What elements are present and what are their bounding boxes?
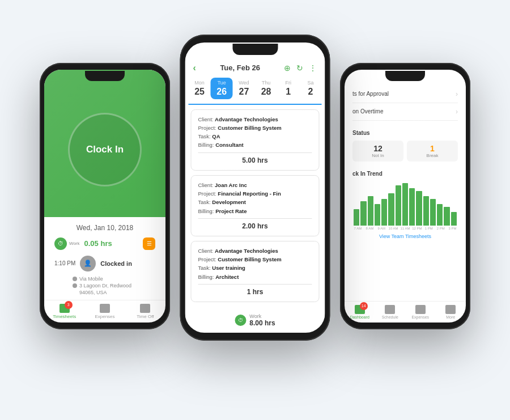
left-phone: Clock In Wed, Jan 10, 2018 ⏱ Work 0.05 h…	[40, 63, 170, 329]
center-phone: ‹ Tue, Feb 26 ⊕ ↻ ⋮ Mon 25 Tue 2	[180, 35, 330, 341]
day-thu[interactable]: Thu 28	[255, 78, 277, 99]
right-nav: 14 Dashboard Schedule Expenses Mor	[345, 301, 466, 323]
footer-work-icon: ⏱	[235, 315, 246, 326]
bar-0	[354, 209, 359, 225]
expenses-right-icon	[415, 305, 426, 314]
nav-expenses-right[interactable]: Expenses	[405, 305, 436, 319]
work-badge: ⏱ Work	[54, 237, 80, 250]
approval-text: ts for Approval	[352, 91, 389, 97]
nav-timesheets[interactable]: 3 Timesheets	[44, 304, 84, 319]
break-num: 1	[409, 144, 456, 153]
left-bottom: Wed, Jan 10, 2018 ⏱ Work 0.05 hrs ☰ 1:10…	[44, 217, 165, 296]
ts-task-2: Task: Development	[198, 198, 312, 206]
status-section: Status 12 Not In 1 Break	[345, 125, 466, 171]
expenses-right-label: Expenses	[411, 315, 429, 319]
view-team-link[interactable]: View Team Timesheets	[352, 230, 458, 243]
day-thu-num: 28	[261, 87, 271, 97]
footer-work-label: Work	[249, 313, 275, 319]
ts-billing-1: Billing: Consultant	[198, 141, 312, 149]
orange-icon: ☰	[143, 237, 155, 250]
schedule-icon	[385, 305, 395, 314]
tl-1: 7 AM	[352, 227, 363, 230]
overtime-menu-item[interactable]: on Overtime ›	[352, 103, 458, 121]
day-tue[interactable]: Tue 26	[211, 78, 233, 99]
center-notch	[232, 44, 278, 55]
trend-section: ck In Trend 7 AM 8 AM 9 AM 10 AM 11 AM 1…	[345, 171, 466, 301]
footer-total: Work 8.00 hrs	[249, 313, 275, 327]
address-row-1: 3 Lagoon Dr, Redwood	[52, 283, 158, 289]
add-icon[interactable]: ⊕	[284, 63, 291, 73]
back-arrow[interactable]: ‹	[193, 63, 196, 73]
dashboard-badge: 14	[360, 302, 368, 310]
ts-billing-2: Billing: Project Rate	[198, 207, 312, 215]
day-thu-name: Thu	[262, 80, 271, 86]
day-fri-num: 1	[286, 87, 291, 97]
approval-chevron: ›	[456, 90, 458, 98]
nav-dashboard[interactable]: 14 Dashboard	[345, 305, 375, 319]
timesheets-badge: 3	[65, 301, 73, 309]
not-in-label: Not In	[355, 153, 401, 158]
header-icons: ⊕ ↻ ⋮	[284, 63, 317, 73]
break-label: Break	[409, 153, 456, 158]
day-sat-num: 2	[308, 87, 313, 97]
bar-7	[402, 183, 408, 226]
ts-card-2[interactable]: Client: Joan Arc Inc Project: Financial …	[191, 175, 320, 236]
work-hrs: 0.05 hrs	[84, 239, 112, 248]
ts-client-3: Client: Advantage Technologies	[198, 247, 312, 254]
bar-8	[409, 188, 415, 226]
not-in-num: 12	[355, 144, 401, 153]
day-mon[interactable]: Mon 25	[189, 78, 211, 99]
phones-container: Clock In Wed, Jan 10, 2018 ⏱ Work 0.05 h…	[23, 18, 487, 403]
bar-13	[444, 207, 449, 226]
ts-client-1: Client: Advantage Technologies	[198, 116, 312, 123]
refresh-icon[interactable]: ↻	[296, 63, 303, 73]
ts-card-3[interactable]: Client: Advantage Technologies Project: …	[191, 241, 320, 302]
nav-more[interactable]: More	[436, 305, 466, 319]
dashboard-label: Dashboard	[350, 315, 369, 319]
right-screen: ts for Approval › on Overtime › Status 1…	[345, 70, 466, 323]
tl-7: 1 PM	[423, 227, 434, 230]
trend-title: ck In Trend	[352, 171, 458, 177]
address-dot	[73, 283, 77, 288]
approval-menu-item[interactable]: ts for Approval ›	[352, 86, 458, 103]
day-fri[interactable]: Fri 1	[277, 78, 299, 99]
ts-project-3: Project: Customer Billing System	[198, 256, 312, 263]
week-row: Mon 25 Tue 26 Wed 27 Thu 28	[185, 78, 325, 99]
not-in-badge: 12 Not In	[352, 141, 403, 162]
bar-11	[430, 199, 436, 226]
day-mon-name: Mon	[194, 80, 205, 86]
more-icon[interactable]: ⋮	[309, 63, 317, 73]
nav-timeoff[interactable]: Time Off	[125, 304, 165, 319]
day-sat-name: Sa	[307, 80, 313, 86]
ts-task-1: Task: QA	[198, 133, 312, 140]
tl-4: 10 AM	[388, 227, 399, 230]
address-line-1: 3 Lagoon Dr, Redwood	[79, 283, 131, 289]
ts-project-1: Project: Customer Billing System	[198, 124, 312, 131]
date-label: Wed, Jan 10, 2018	[52, 224, 158, 232]
trend-labels: 7 AM 8 AM 9 AM 10 AM 11 AM 12 PM 1 PM 2 …	[352, 227, 458, 230]
clock-circle[interactable]: Clock In	[68, 113, 142, 186]
clock-area: Clock In	[44, 70, 165, 217]
break-badge: 1 Break	[407, 141, 458, 162]
left-screen: Clock In Wed, Jan 10, 2018 ⏱ Work 0.05 h…	[44, 70, 165, 323]
day-sat[interactable]: Sa 2	[299, 78, 321, 99]
tl-6: 12 PM	[411, 227, 422, 230]
day-wed[interactable]: Wed 27	[233, 78, 255, 99]
bar-3	[375, 204, 380, 226]
bar-4	[381, 199, 387, 226]
avatar: 👤	[80, 256, 96, 271]
right-notch	[385, 71, 425, 81]
nav-expenses[interactable]: Expenses	[84, 304, 125, 319]
left-nav: 3 Timesheets Expenses Time Off	[44, 300, 165, 323]
work-label-small: Work	[69, 241, 80, 246]
nav-schedule[interactable]: Schedule	[375, 305, 406, 319]
ts-card-1[interactable]: Client: Advantage Technologies Project: …	[191, 109, 320, 171]
day-tue-name: Tue	[218, 80, 226, 86]
schedule-label: Schedule	[382, 315, 398, 319]
more-label: More	[446, 315, 455, 319]
status-badges: 12 Not In 1 Break	[352, 141, 458, 162]
timeoff-label: Time Off	[137, 314, 154, 319]
location-dot	[73, 277, 77, 281]
day-wed-num: 27	[239, 87, 249, 97]
ts-client-2: Client: Joan Arc Inc	[198, 181, 312, 189]
